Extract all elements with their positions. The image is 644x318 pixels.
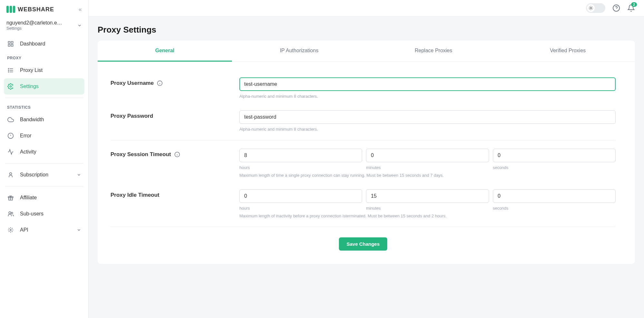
sidebar-item-subscription[interactable]: Subscription bbox=[4, 167, 84, 183]
sidebar-item-api[interactable]: API bbox=[4, 222, 84, 238]
divider bbox=[111, 140, 616, 140]
unit-hours: hours bbox=[239, 165, 362, 170]
sidebar-item-label: Bandwidth bbox=[20, 117, 44, 123]
sidebar-item-affiliate[interactable]: Affiliate bbox=[4, 190, 84, 206]
notifications-icon[interactable]: 2 bbox=[627, 4, 635, 12]
tab-general[interactable]: General bbox=[98, 41, 232, 62]
logo-icon bbox=[6, 6, 15, 13]
info-icon[interactable] bbox=[174, 152, 180, 157]
help-icon[interactable] bbox=[612, 4, 620, 12]
section-proxy: PROXY bbox=[4, 52, 84, 62]
idle-hours-input[interactable] bbox=[239, 189, 362, 203]
cloud-icon bbox=[7, 116, 14, 123]
svg-point-21 bbox=[590, 7, 591, 9]
row-session-timeout: Proxy Session Timeout hours bbox=[111, 143, 616, 184]
chevron-down-icon bbox=[77, 228, 81, 232]
svg-line-25 bbox=[592, 9, 592, 10]
unit-minutes: minutes bbox=[366, 165, 489, 170]
info-icon[interactable] bbox=[157, 80, 163, 86]
label-idle-timeout: Proxy Idle Timeout bbox=[111, 192, 159, 198]
user-email: nguyend2@carleton.e… bbox=[6, 20, 62, 26]
chevron-down-icon bbox=[77, 173, 81, 177]
label-session-timeout: Proxy Session Timeout bbox=[111, 151, 171, 158]
svg-point-19 bbox=[11, 212, 13, 214]
activity-icon bbox=[7, 148, 14, 155]
svg-point-14 bbox=[10, 173, 12, 175]
divider bbox=[5, 163, 83, 164]
tabs: General IP Authorizations Replace Proxie… bbox=[98, 41, 635, 62]
idle-minutes-input[interactable] bbox=[366, 189, 489, 203]
divider bbox=[5, 186, 83, 186]
sun-icon bbox=[587, 4, 595, 12]
tab-verified-proxies[interactable]: Verified Proxies bbox=[501, 41, 635, 62]
logo-row: WEBSHARE « bbox=[4, 5, 84, 17]
theme-toggle[interactable] bbox=[586, 3, 605, 13]
sidebar-item-dashboard[interactable]: Dashboard bbox=[4, 36, 84, 52]
form-actions: Save Changes bbox=[111, 230, 616, 254]
svg-point-10 bbox=[10, 86, 12, 87]
section-statistics: STATISTICS bbox=[4, 101, 84, 112]
sidebar-item-error[interactable]: Error bbox=[4, 128, 84, 144]
sidebar-item-label: Proxy List bbox=[20, 67, 43, 73]
sidebar-item-bandwidth[interactable]: Bandwidth bbox=[4, 112, 84, 128]
tab-ip-authorizations[interactable]: IP Authorizations bbox=[232, 41, 366, 62]
proxy-password-input[interactable] bbox=[239, 110, 616, 124]
user-menu[interactable]: nguyend2@carleton.e… Settings bbox=[4, 17, 84, 36]
unit-hours: hours bbox=[239, 206, 362, 211]
divider bbox=[5, 98, 83, 98]
session-hours-input[interactable] bbox=[239, 149, 362, 162]
dashboard-icon bbox=[7, 40, 14, 47]
brand-logo: WEBSHARE bbox=[6, 6, 54, 13]
notifications-count: 2 bbox=[631, 2, 637, 7]
svg-point-7 bbox=[8, 68, 9, 69]
alert-icon bbox=[7, 132, 14, 139]
sidebar-item-label: Sub-users bbox=[20, 211, 43, 217]
svg-line-24 bbox=[589, 6, 590, 7]
idle-seconds-input[interactable] bbox=[493, 189, 616, 203]
svg-point-18 bbox=[9, 212, 11, 214]
list-icon bbox=[7, 67, 14, 74]
row-password: Proxy Password Alpha-numeric and minimum… bbox=[111, 104, 616, 137]
sidebar-item-label: Activity bbox=[20, 149, 36, 155]
sidebar-item-label: Error bbox=[20, 133, 32, 139]
session-seconds-input[interactable] bbox=[493, 149, 616, 162]
page-title: Proxy Settings bbox=[98, 25, 635, 35]
svg-rect-2 bbox=[8, 45, 10, 46]
sidebar-item-subusers[interactable]: Sub-users bbox=[4, 206, 84, 222]
svg-rect-3 bbox=[11, 45, 13, 46]
gift-icon bbox=[7, 194, 14, 201]
settings-form: Proxy Username Alpha-numeric and minimum… bbox=[98, 62, 635, 264]
helper-session: Maximum length of time a single proxy co… bbox=[239, 173, 616, 178]
gear-icon bbox=[7, 83, 14, 90]
settings-card: General IP Authorizations Replace Proxie… bbox=[98, 41, 635, 264]
unit-seconds: seconds bbox=[493, 165, 616, 170]
proxy-username-input[interactable] bbox=[239, 77, 616, 91]
brand-name: WEBSHARE bbox=[18, 6, 54, 13]
save-button[interactable]: Save Changes bbox=[339, 237, 388, 251]
sidebar-item-label: API bbox=[20, 227, 28, 233]
svg-line-29 bbox=[592, 6, 592, 7]
svg-point-8 bbox=[8, 70, 9, 71]
svg-point-9 bbox=[8, 72, 9, 72]
svg-rect-1 bbox=[11, 42, 13, 44]
sidebar-collapse-icon[interactable]: « bbox=[79, 6, 82, 13]
sidebar-item-settings[interactable]: Settings bbox=[4, 78, 84, 94]
svg-rect-0 bbox=[8, 42, 10, 44]
api-icon bbox=[7, 226, 14, 234]
label-password: Proxy Password bbox=[111, 113, 153, 119]
sidebar-item-label: Subscription bbox=[20, 172, 48, 178]
sidebar-item-activity[interactable]: Activity bbox=[4, 144, 84, 160]
tab-replace-proxies[interactable]: Replace Proxies bbox=[366, 41, 501, 62]
sidebar-item-label: Dashboard bbox=[20, 41, 45, 47]
label-username: Proxy Username bbox=[111, 80, 154, 86]
user-icon bbox=[7, 171, 14, 178]
sidebar-item-proxy-list[interactable]: Proxy List bbox=[4, 62, 84, 78]
session-minutes-input[interactable] bbox=[366, 149, 489, 162]
chevron-down-icon bbox=[77, 23, 82, 28]
helper-username: Alpha-numeric and minimum 8 characters. bbox=[239, 94, 616, 99]
helper-password: Alpha-numeric and minimum 8 characters. bbox=[239, 127, 616, 132]
sidebar-item-label: Affiliate bbox=[20, 195, 37, 201]
row-idle-timeout: Proxy Idle Timeout hours minutes bbox=[111, 184, 616, 224]
helper-idle: Maximum length of inactivity before a pr… bbox=[239, 214, 616, 218]
svg-point-20 bbox=[10, 229, 11, 230]
